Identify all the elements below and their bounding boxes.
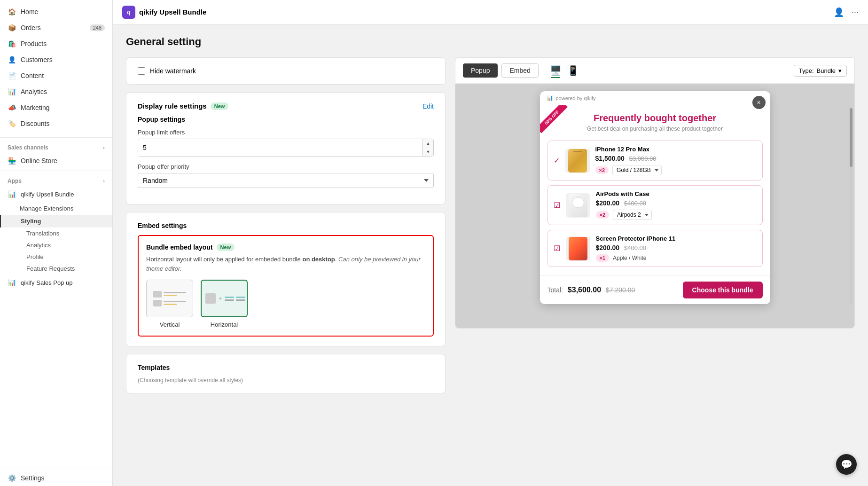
- more-options-icon[interactable]: ···: [852, 7, 859, 17]
- type-selector[interactable]: Type: Bundle ▾: [794, 65, 847, 77]
- sidebar-item-online-store[interactable]: 🏪 Online Store: [0, 153, 112, 169]
- h-layout-visual: +: [205, 293, 243, 304]
- display-rule-label: Display rule settings: [138, 102, 207, 110]
- templates-panel: Templates (Choosing template will overri…: [126, 354, 446, 393]
- tab-embed[interactable]: Embed: [501, 63, 538, 78]
- item-2-check[interactable]: ☑: [554, 201, 560, 210]
- item-2-info: AirPods with Case $200.00 $400.00 ×2: [596, 190, 757, 220]
- sidebar-item-qikify-sales-popup[interactable]: 📊 qikify Sales Pop up: [0, 274, 112, 290]
- bundle-items: ✓ iPhone 12 Pro Max $1,500.00 $3,000.: [540, 137, 770, 275]
- item-1-check[interactable]: ✓: [554, 156, 560, 165]
- item-1-variant-select[interactable]: Gold / 128GB: [612, 165, 662, 175]
- bundle-embed-layout-label: Bundle embed layout: [146, 243, 213, 251]
- page-title: General setting: [126, 36, 855, 48]
- display-rule-panel: Display rule settings New Edit Popup set…: [126, 92, 446, 204]
- sidebar-item-products[interactable]: 🛍️ Products: [0, 36, 112, 52]
- edit-link[interactable]: Edit: [422, 102, 434, 110]
- sidebar-sub-feature-requests[interactable]: Feature Requests: [0, 263, 112, 274]
- powered-icon: 📊: [547, 95, 553, 101]
- tab-popup[interactable]: Popup: [463, 63, 498, 78]
- item-2-variant: ×2 Airpods 2: [596, 210, 757, 220]
- bundle-ribbon: [540, 105, 573, 138]
- item-2-image: [566, 193, 590, 218]
- item-3-variant-text: Apple / White: [613, 255, 646, 261]
- main-content: q qikify Upsell Bundle 👤 ··· General set…: [113, 0, 868, 486]
- type-chevron-icon: ▾: [838, 67, 842, 74]
- sidebar-sub-translations[interactable]: Translations: [0, 227, 112, 239]
- sales-channels-chevron: ›: [103, 145, 105, 150]
- close-button[interactable]: ×: [752, 96, 766, 109]
- item-1-name: iPhone 12 Pro Max: [595, 146, 757, 153]
- device-icons: 🖥️ 📱: [550, 65, 579, 76]
- layout-horizontal[interactable]: +: [201, 280, 248, 328]
- orders-icon: 📦: [8, 24, 16, 32]
- sidebar-item-orders[interactable]: 📦 Orders 248: [0, 20, 112, 36]
- choose-bundle-button[interactable]: Choose this bundle: [683, 282, 763, 298]
- sidebar-item-analytics[interactable]: 📊 Analytics: [0, 84, 112, 100]
- popup-priority-group: Popup offer priority Random Newest first…: [138, 163, 434, 188]
- orders-badge: 248: [90, 24, 105, 31]
- sidebar-sub-styling[interactable]: Styling: [0, 215, 112, 227]
- scroll-thumb: [850, 108, 852, 167]
- topbar: q qikify Upsell Bundle 👤 ···: [113, 0, 868, 24]
- bundle-header: Frequently bought together Get best deal…: [540, 105, 770, 137]
- item-1-price: $1,500.00 $3,000.00: [595, 155, 757, 162]
- total-section: Total: $3,600.00 $7,200.00: [547, 286, 635, 294]
- sidebar-item-settings[interactable]: ⚙️ Settings: [0, 470, 112, 486]
- hide-watermark-checkbox[interactable]: [138, 67, 145, 75]
- vertical-label: Vertical: [160, 321, 180, 328]
- sidebar-item-content[interactable]: 📄 Content: [0, 68, 112, 84]
- sidebar-item-marketing[interactable]: 📣 Marketing: [0, 100, 112, 116]
- popup-limit-up[interactable]: ▲: [423, 139, 433, 148]
- layout-options: Vertical +: [146, 280, 425, 328]
- sidebar-item-qikify-upsell[interactable]: 📊 qikify Upsell Bundle: [0, 186, 112, 202]
- item-3-name: Screen Protector iPhone 11: [596, 235, 757, 242]
- popup-limit-group: Popup limit offers ▲ ▼: [138, 129, 434, 157]
- apps-label: Apps ›: [0, 173, 112, 186]
- customers-icon: 👤: [8, 55, 16, 64]
- popup-limit-input[interactable]: [138, 139, 422, 156]
- popup-limit-arrows: ▲ ▼: [422, 139, 433, 156]
- item-1-image: [565, 149, 590, 173]
- sidebar-sub-analytics[interactable]: Analytics: [0, 239, 112, 251]
- hide-watermark-row: Hide watermark: [138, 67, 434, 75]
- bundle-item-2: ☑ AirPods with Case $200.00 $400.00: [547, 185, 763, 225]
- chat-widget[interactable]: 💬: [836, 454, 857, 475]
- sidebar-sub-profile[interactable]: Profile: [0, 251, 112, 263]
- avatar-icon[interactable]: 👤: [834, 7, 844, 17]
- item-3-variant: ×1 Apple / White: [596, 254, 757, 262]
- analytics-icon: 📊: [8, 87, 16, 96]
- sidebar-item-customers[interactable]: 👤 Customers: [0, 52, 112, 68]
- item-2-variant-select[interactable]: Airpods 2: [613, 210, 652, 220]
- mobile-icon[interactable]: 📱: [567, 65, 579, 76]
- bundle-title: Frequently bought together: [549, 113, 761, 124]
- popup-priority-select[interactable]: Random Newest first Oldest first: [138, 173, 434, 188]
- item-3-check[interactable]: ☑: [554, 244, 560, 253]
- topbar-brand: q qikify Upsell Bundle: [122, 6, 206, 19]
- scroll-indicator[interactable]: [850, 108, 852, 304]
- preview-tabs: Popup Embed 🖥️ 📱 Type: Bundle ▾: [455, 58, 854, 84]
- store-icon: 🏪: [8, 157, 16, 165]
- sidebar-sub-manage-extensions[interactable]: Manage Extensions: [0, 202, 112, 215]
- item-1-variant: ×2 Gold / 128GB: [595, 165, 757, 175]
- settings-icon: ⚙️: [8, 474, 16, 482]
- horizontal-preview: +: [201, 280, 248, 317]
- popup-limit-down[interactable]: ▼: [423, 148, 433, 156]
- left-column: Hide watermark Display rule settings New…: [126, 57, 446, 401]
- embed-description: Horizontal layout will only be applied f…: [146, 255, 425, 273]
- layout-vertical[interactable]: Vertical: [146, 280, 193, 328]
- popup-limit-label: Popup limit offers: [138, 129, 434, 136]
- sidebar-item-discounts[interactable]: 🏷️ Discounts: [0, 116, 112, 132]
- bundle-footer: Total: $3,600.00 $7,200.00 Choose this b…: [540, 275, 770, 304]
- popup-settings-title: Popup settings: [138, 116, 434, 123]
- bundle-item-3: ☑ Screen Protector iPhone 11 $200.00: [547, 230, 763, 267]
- total-label: Total:: [547, 286, 563, 294]
- app-name: qikify Upsell Bundle: [139, 8, 206, 16]
- desktop-icon[interactable]: 🖥️: [550, 65, 562, 76]
- templates-hint: (Choosing template will override all sty…: [138, 377, 434, 384]
- display-rule-header: Display rule settings New Edit: [138, 102, 434, 110]
- embed-header: Bundle embed layout New: [146, 243, 425, 251]
- hide-watermark-panel: Hide watermark: [126, 57, 446, 85]
- content-icon: 📄: [8, 71, 16, 80]
- sidebar-item-home[interactable]: 🏠 Home: [0, 4, 112, 20]
